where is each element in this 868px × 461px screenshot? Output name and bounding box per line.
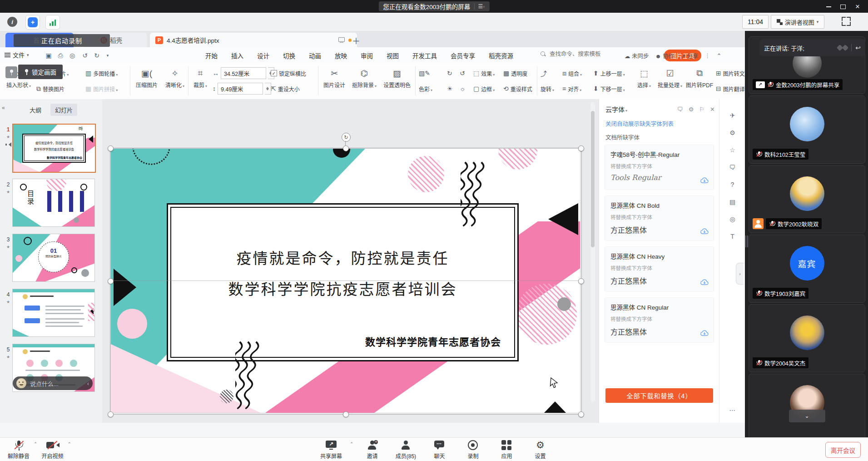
picture-edit-icon[interactable]: ▧✎ [419,67,430,79]
share-options-icon[interactable]: ⌃ [350,441,353,446]
crop-button[interactable]: ⌗裁剪 [190,66,211,89]
height-input[interactable] [218,83,263,95]
gear-icon[interactable]: ⚙ [689,106,694,113]
width-input[interactable] [221,67,266,79]
bring-forward-button[interactable]: ⬆上移一层 [593,67,625,79]
collapse-chat-icon[interactable]: ‹ [87,380,89,387]
download-icon[interactable] [700,177,709,184]
menu-member[interactable]: 会员专享 [451,51,475,60]
sidebar-rocket-icon[interactable]: ✈ [719,112,745,119]
info-icon[interactable]: i [5,15,19,29]
save-icon[interactable]: ▣ [44,51,54,60]
set-transparent-button[interactable]: ▨设置透明色 [381,66,413,89]
maximize-button[interactable] [838,3,848,10]
resize-handle-e[interactable] [578,278,584,284]
tab-document[interactable]: P 4.4志愿者培训.pptx [150,33,357,47]
border-button[interactable]: ▢边框 [473,83,495,95]
fullscreen-icon[interactable] [842,17,851,26]
download-icon[interactable] [700,330,709,337]
height-stepper[interactable] [265,83,271,95]
tab-outline[interactable]: 大纲 [25,104,46,116]
network-signal-icon[interactable] [45,15,60,30]
menu-animation[interactable]: 动画 [309,51,321,60]
redo-icon[interactable]: ↻ [92,51,102,60]
sidebar-help-icon[interactable]: ? [719,181,745,188]
sync-status[interactable]: ☁ 未同步 [625,51,649,60]
shield-icon[interactable]: + [25,15,40,30]
invite-button[interactable]: + 邀请 [357,438,387,461]
canvas-vertical-scrollbar[interactable] [590,102,595,402]
quick-chat-bubble[interactable]: 说点什么... ‹ [13,376,93,390]
group-button[interactable]: ⧈组合 [562,67,582,79]
brightness-down-icon[interactable]: ☼ [460,83,466,95]
opacity-button[interactable]: ▩透明度 [503,67,527,79]
leave-meeting-button[interactable]: 离开会议 [825,442,861,458]
sidebar-more-icon[interactable]: ⋯ [719,406,745,414]
unmute-button[interactable]: 解除静音 [4,438,34,461]
panel-expand-handle[interactable]: › [736,263,744,285]
menu-start[interactable]: 开始 [205,51,218,60]
menu-review[interactable]: 审阅 [361,51,373,60]
sidebar-text-icon[interactable]: T [719,233,745,240]
camera-options-icon[interactable]: ⌃ [67,441,71,446]
sidebar-chart-icon[interactable]: ▤ [719,198,745,205]
minimize-button[interactable] [823,3,833,10]
menu-docer[interactable]: 稻壳资源 [489,51,513,60]
brightness-up-icon[interactable]: ☀ [447,83,453,95]
batch-button[interactable]: ☑批量处理 [656,66,684,89]
pin-panel-icon[interactable]: ⚐ [699,106,704,113]
resize-handle-nw[interactable] [108,145,114,151]
reset-size-button[interactable]: ⇱重设大小 [271,83,300,95]
menu-design[interactable]: 设计 [257,51,269,60]
slide-footer-text[interactable]: 数学科学学院青年志愿者协会 [365,334,501,348]
download-all-button[interactable]: 全部下载和替换（4） [605,388,713,403]
rotate-handle[interactable]: ↻ [342,133,351,142]
participant-tile[interactable]: 嘉宾 数学1903刘嘉宾 [749,235,865,303]
members-button[interactable]: 成员(85) [391,438,421,461]
picture-design-button[interactable]: ✂图片设计 [321,66,348,89]
mic-options-icon[interactable]: ⌃ [34,441,37,446]
menu-devtools[interactable]: 开发工具 [412,51,437,60]
close-panel-icon[interactable]: ✕ [710,106,715,113]
rotate-ccw-icon[interactable]: ↺ [460,67,465,79]
print-icon[interactable]: ⎙ [55,51,65,60]
download-icon[interactable] [700,279,709,286]
align-button[interactable]: ≡对齐 [562,83,581,95]
resize-handle-sw[interactable] [108,411,114,417]
collapse-ribbon-icon[interactable]: ⌃ [717,52,721,59]
collab-button[interactable]: ☻ 协作 [655,51,675,60]
participant-tile[interactable]: ⌄ [749,374,865,437]
record-button[interactable]: 录制 [458,438,488,461]
replace-picture-button[interactable]: ⧉替换图片 [36,83,64,95]
pic-translate-button[interactable]: ⊟图片翻译 [716,83,745,95]
participant-tile[interactable]: 数学2004吴文杰 [749,304,865,372]
chat-button[interactable]: 聊天 [424,438,454,461]
tab-slides[interactable]: 幻灯片 [50,104,77,116]
resize-handle-w[interactable] [108,278,114,284]
quickbar-dropdown-icon[interactable]: ▾ [103,51,113,60]
download-icon[interactable] [700,228,709,235]
rotate-cw-icon[interactable]: ↻ [447,67,452,79]
pin-screen-button[interactable] [5,66,17,78]
share-button[interactable]: ↗ 分享 [680,51,698,60]
slide-thumbnail-3[interactable]: 01 预防新型肺炎 [12,234,95,282]
sidebar-location-icon[interactable]: ◎ [719,215,745,223]
view-mode-select[interactable]: 演讲者视图 ▾ [771,15,824,29]
effect-button[interactable]: ⬚效果 [473,67,495,79]
menu-insert[interactable]: 插入 [231,51,243,60]
remove-background-button[interactable]: ⌬抠除背景 [350,66,379,89]
more-menu-icon[interactable]: ⋮ [704,52,710,59]
resize-handle-s[interactable] [343,411,349,417]
panel-title[interactable]: 云字体 [605,105,627,114]
select-button[interactable]: ⬚选择 [634,66,654,89]
reply-icon[interactable]: ↩ [855,44,861,51]
slide-title-line1[interactable]: 疫情就是命令，防控就是责任 [168,246,517,268]
carousel-button[interactable]: ▥多图轮播 [85,67,118,79]
menu-view[interactable]: 视图 [387,51,399,60]
resize-handle-se[interactable] [578,411,584,417]
sidebar-star-icon[interactable]: ☆ [719,146,745,154]
resize-handle-n[interactable] [343,145,349,151]
participant-tile[interactable]: 数学2002耿晓双 [749,165,865,233]
new-tab-button[interactable]: ＋ [352,35,360,46]
file-menu[interactable]: 文件▾ [5,50,29,59]
